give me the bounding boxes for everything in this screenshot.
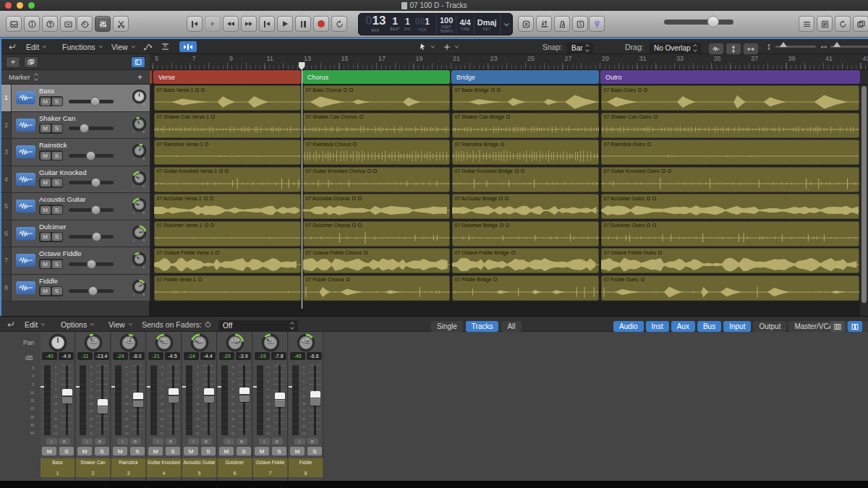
record-enable-button[interactable]: R bbox=[59, 438, 70, 445]
mixer-group-single[interactable]: Single bbox=[431, 321, 463, 332]
input-monitor-button[interactable]: I bbox=[188, 438, 199, 445]
vertical-scrollbar-thumb[interactable] bbox=[861, 86, 867, 303]
track-name[interactable]: Dulcimer bbox=[39, 223, 128, 231]
pointer-tool-menu[interactable] bbox=[418, 39, 433, 54]
mixer-group-tracks[interactable]: Tracks bbox=[466, 321, 499, 332]
mute-button[interactable]: M bbox=[41, 260, 51, 268]
audio-region[interactable]: 07 Bass Chorus bbox=[303, 85, 450, 111]
marker-lane[interactable]: VerseChorusBridgeOutro bbox=[150, 70, 868, 85]
input-monitor-button[interactable]: I bbox=[82, 438, 93, 445]
mixer-back-icon[interactable] bbox=[6, 317, 15, 332]
sends-on-faders-menu[interactable]: Off bbox=[218, 318, 298, 333]
track-name[interactable]: Fiddle bbox=[39, 277, 128, 285]
low-latency-icon[interactable] bbox=[572, 16, 588, 32]
channel-solo-button[interactable]: S bbox=[237, 447, 251, 455]
audio-region[interactable]: 07 Fiddle Bridge bbox=[452, 275, 599, 301]
mute-button[interactable]: M bbox=[41, 233, 51, 241]
channel-fader[interactable] bbox=[62, 389, 72, 403]
add-track-button[interactable]: + bbox=[6, 56, 20, 68]
audio-region[interactable]: 07 Shaker Can Verse.1 bbox=[154, 113, 301, 138]
track-volume-thumb[interactable] bbox=[92, 232, 101, 241]
vertical-scrollbar[interactable] bbox=[860, 85, 868, 317]
channel-fader[interactable] bbox=[204, 388, 214, 403]
record-enable-button[interactable]: R bbox=[307, 438, 318, 445]
quick-help-icon[interactable] bbox=[42, 16, 58, 32]
channel-name-plate[interactable]: Shaker Can2 bbox=[76, 458, 111, 477]
track-pan-knob[interactable]: LR bbox=[128, 247, 150, 274]
channel-fader[interactable] bbox=[275, 393, 285, 407]
solo-button[interactable]: S bbox=[52, 124, 62, 132]
mute-button[interactable]: M bbox=[41, 98, 51, 106]
mixer-filter-audio[interactable]: Audio bbox=[613, 321, 644, 332]
audio-region[interactable]: 07 Guitar Knocked Verse.1 bbox=[154, 167, 301, 192]
track-pan-knob[interactable]: LR bbox=[128, 193, 150, 220]
track-pan-knob[interactable]: LR bbox=[128, 275, 150, 301]
channel-name-plate[interactable]: Octave Fiddle7 bbox=[253, 458, 288, 477]
track-name[interactable]: Guitar Knocked bbox=[39, 168, 128, 176]
track-volume-slider[interactable] bbox=[69, 235, 114, 239]
input-monitor-button[interactable]: I bbox=[294, 438, 305, 445]
track-volume-thumb[interactable] bbox=[91, 178, 101, 187]
input-monitor-button[interactable]: I bbox=[153, 438, 163, 445]
channel-volume-value[interactable]: -3.9 bbox=[236, 352, 251, 360]
channel-mute-button[interactable]: M bbox=[148, 447, 163, 455]
pause-button[interactable] bbox=[295, 16, 311, 32]
track-volume-thumb[interactable] bbox=[91, 205, 101, 215]
master-volume-thumb[interactable] bbox=[707, 16, 719, 27]
track-header[interactable]: 2Shaker CanMSLR bbox=[1, 112, 150, 140]
audio-region[interactable]: 07 Dulcimer Bridge bbox=[452, 221, 599, 247]
track-pan-knob[interactable]: LR bbox=[128, 166, 150, 193]
metronome-icon[interactable] bbox=[554, 16, 570, 32]
lcd-key[interactable]: Dmaj KEY bbox=[475, 14, 501, 35]
audio-region[interactable]: 07 Octave Fiddle Bridge bbox=[452, 248, 599, 273]
channel-solo-button[interactable]: S bbox=[272, 447, 286, 455]
audio-region[interactable]: 07 Guitar Knocked Bridge bbox=[452, 167, 599, 192]
track-volume-slider[interactable] bbox=[69, 262, 114, 266]
marker-region[interactable]: Outro bbox=[600, 70, 860, 84]
channel-strip[interactable]: -31-21-4.50369121824304050IRMSGuitar Kno… bbox=[147, 332, 182, 481]
channel-pan-knob[interactable] bbox=[41, 333, 75, 352]
mixer-filter-input[interactable]: Input bbox=[723, 321, 751, 332]
flex-icon[interactable] bbox=[161, 39, 170, 54]
smart-controls-icon[interactable] bbox=[77, 16, 93, 32]
functions-menu[interactable]: Functions bbox=[62, 39, 101, 54]
mute-button[interactable]: M bbox=[41, 179, 51, 187]
track-volume-thumb[interactable] bbox=[90, 97, 100, 106]
drag-menu[interactable]: No Overlap bbox=[650, 40, 701, 56]
record-enable-button[interactable]: R bbox=[272, 438, 283, 445]
audio-region[interactable]: 07 Octave Fiddle Verse.1 bbox=[154, 248, 301, 273]
mixer-filter-output[interactable]: Output bbox=[753, 321, 786, 332]
channel-name-plate[interactable]: Acoustic Guitar5 bbox=[182, 458, 217, 477]
audio-region[interactable]: 07 Rainstick Verse.1 bbox=[154, 140, 301, 165]
channel-strip[interactable]: +15-24-8.00369121824304050IRMSRainstick3 bbox=[111, 332, 146, 481]
audio-region[interactable]: 07 AcGuitar Outro bbox=[601, 194, 860, 219]
library-icon[interactable] bbox=[6, 16, 22, 32]
vertical-zoom-slider[interactable] bbox=[765, 39, 816, 54]
channel-solo-button[interactable]: S bbox=[95, 447, 109, 455]
channel-strip[interactable]: -34-14-4.40369121824304050IRMSAcoustic G… bbox=[182, 332, 217, 481]
audio-region[interactable]: 07 Octave Fiddle Chorus bbox=[303, 248, 450, 273]
channel-strip[interactable]: -13-11-13.40369121824304050IRMSShaker Ca… bbox=[76, 332, 111, 481]
audio-region[interactable]: 07 Fiddle Outro bbox=[601, 275, 860, 301]
play-from-selection-button[interactable] bbox=[205, 16, 221, 32]
track-header[interactable]: 4Guitar KnockedMSLR bbox=[1, 166, 150, 194]
count-in-icon[interactable] bbox=[536, 16, 552, 32]
channel-solo-button[interactable]: S bbox=[166, 447, 180, 455]
rewind-button[interactable] bbox=[223, 16, 239, 32]
channel-mute-button[interactable]: M bbox=[255, 447, 269, 455]
track-volume-slider[interactable] bbox=[69, 127, 114, 130]
global-tracks-header[interactable]: Marker + bbox=[1, 70, 150, 85]
mute-button[interactable]: M bbox=[41, 152, 51, 160]
channel-volume-value[interactable]: -13.4 bbox=[94, 352, 109, 360]
sends-power-icon[interactable] bbox=[204, 317, 212, 332]
audio-region[interactable]: 07 Fiddle Verse.1 bbox=[154, 275, 301, 301]
mixer-edit-menu[interactable]: Edit bbox=[25, 317, 43, 332]
tuner-icon[interactable] bbox=[589, 16, 605, 32]
lcd-tempo[interactable]: 100 KEEP TEMPO bbox=[437, 14, 457, 35]
lcd-time-signature[interactable]: 4/4 TIME bbox=[456, 14, 474, 35]
channel-volume-value[interactable]: -7.8 bbox=[271, 352, 286, 360]
go-to-beginning-button[interactable] bbox=[187, 16, 203, 32]
mixer-filter-aux[interactable]: Aux bbox=[671, 321, 695, 332]
channel-fader[interactable] bbox=[98, 399, 108, 414]
stop-button[interactable] bbox=[259, 16, 275, 32]
